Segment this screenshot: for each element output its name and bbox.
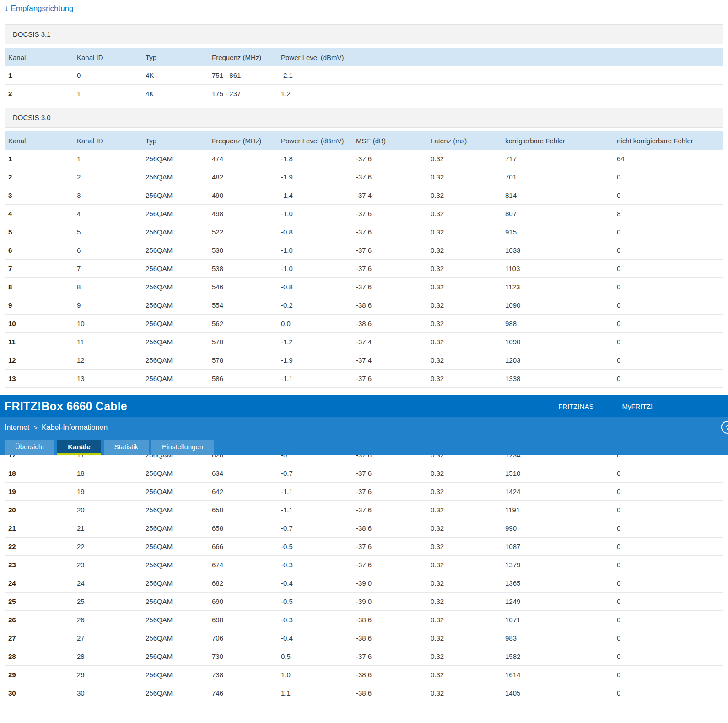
cell: 26 [73,616,142,624]
tab-statistik[interactable]: Statistik [104,440,149,455]
cell: 256QAM [142,265,208,272]
cell: 17 [73,455,142,459]
cell: 738 [208,671,277,679]
cell: -1.9 [277,356,352,364]
cell-kanal: 28 [5,652,73,660]
help-icon[interactable]: ? [721,421,728,434]
cell: 18 [73,469,142,477]
breadcrumb: Internet > Kabel-Informationen ? [0,417,728,438]
cell-kanal: 23 [5,561,73,569]
cell: 28 [73,652,142,660]
cell: -37.6 [352,228,427,236]
column-header: Typ [142,54,208,61]
cell: 256QAM [142,210,208,217]
docsis31-table-header: KanalKanal IDTypFrequenz (MHz)Power Leve… [5,48,723,66]
cell-kanal: 10 [5,320,73,327]
cell: -37.6 [352,488,427,495]
cell: 9 [73,301,142,309]
cell: 807 [502,210,613,217]
cell: -0.7 [277,469,352,477]
cell: -0.8 [277,283,352,291]
breadcrumb-internet[interactable]: Internet [5,424,29,432]
fritzbox-header: FRITZ!Box 6660 Cable FRITZ!NAS MyFRITZ! … [0,395,728,455]
cell: -0.7 [277,524,352,532]
chevron-right-icon: > [33,424,38,431]
docsis30-table-body-top: 11256QAM474-1.8-37.60.327176422256QAM482… [5,150,723,388]
cell: 0 [613,689,723,697]
clipped-row-region: 1717256QAM626-0.1-37.60.3212340 [5,455,723,464]
docsis31-section: DOCSIS 3.1 KanalKanal IDTypFrequenz (MHz… [5,24,723,103]
cell-kanal: 5 [5,228,73,236]
column-header: Power Level (dBmV) [277,54,352,61]
cell: -1.2 [277,338,352,346]
cell: -1.1 [277,506,352,514]
cell: 256QAM [142,543,208,550]
tab-uebersicht[interactable]: Übersicht [5,440,54,455]
cell: 0.32 [427,173,502,181]
cell: -37.6 [352,469,427,477]
cell: -0.1 [277,455,352,459]
cell-kanal: 21 [5,524,73,532]
cell: 0 [73,71,142,79]
cell: 256QAM [142,356,208,364]
cell: -0.5 [277,543,352,550]
cell-kanal: 29 [5,671,73,679]
cell: 0 [613,173,723,181]
cell: 988 [502,320,613,327]
cell: 698 [208,616,277,624]
cell: 1424 [502,488,613,495]
cell: -37.6 [352,283,427,291]
table-row: 1313256QAM586-1.1-37.60.3213380 [5,370,723,388]
cell: 1249 [502,598,613,605]
cell: 0 [613,228,723,236]
table-row: 2727256QAM706-0.4-38.60.329830 [5,629,723,647]
cell: 1087 [502,543,613,550]
table-row: 2020256QAM650-1.1-37.60.3211910 [5,501,723,519]
table-row: 99256QAM554-0.2-38.60.3210900 [5,296,723,315]
cell: 0 [613,616,723,624]
myfritz-link[interactable]: MyFRITZ! [622,402,653,410]
cell: -38.6 [352,301,427,309]
cell: 1365 [502,579,613,587]
tab-einstellungen[interactable]: Einstellungen [151,440,214,455]
cell: 1614 [502,671,613,679]
tab-bar: Übersicht Kanäle Statistik Einstellungen [0,438,728,455]
cell: 64 [613,155,723,163]
table-row: 2121256QAM658-0.7-38.60.329900 [5,519,723,538]
cell-kanal: 7 [5,265,73,272]
cell: 0.32 [427,155,502,163]
cell: 0.32 [427,671,502,679]
cell: 0.0 [277,320,352,327]
tab-kanaele[interactable]: Kanäle [57,440,101,455]
cell: 578 [208,356,277,364]
table-row: 88256QAM546-0.8-37.60.3211230 [5,278,723,296]
cell: -1.0 [277,265,352,272]
cell-kanal: 3 [5,191,73,199]
cell: -1.0 [277,210,352,217]
cell: 1090 [502,338,613,346]
column-header: korrigierbare Fehler [502,137,613,145]
cell: 0 [613,543,723,550]
cell: -37.6 [352,375,427,382]
cell: -37.4 [352,191,427,199]
cell: 554 [208,301,277,309]
cell: 0.32 [427,356,502,364]
column-header: Kanal ID [73,137,142,145]
column-header: Kanal [5,54,73,61]
table-row: 1212256QAM578-1.9-37.40.3212030 [5,351,723,370]
cell-kanal: 11 [5,338,73,346]
empfangsrichtung-link[interactable]: ↓ Empfangsrichtung [5,0,74,13]
cell: 717 [502,155,613,163]
cell: -39.0 [352,579,427,587]
cell: 256QAM [142,561,208,569]
cell: 1103 [502,265,613,272]
column-header: Frequenz (MHz) [208,137,277,145]
cell: 256QAM [142,283,208,291]
fritznas-link[interactable]: FRITZ!NAS [558,402,594,410]
cell-kanal: 24 [5,579,73,587]
cell: 256QAM [142,246,208,254]
cell-kanal: 27 [5,634,73,642]
cell: 990 [502,524,613,532]
header-quick-links: FRITZ!NAS MyFRITZ! [558,395,653,417]
cell: 10 [73,320,142,327]
